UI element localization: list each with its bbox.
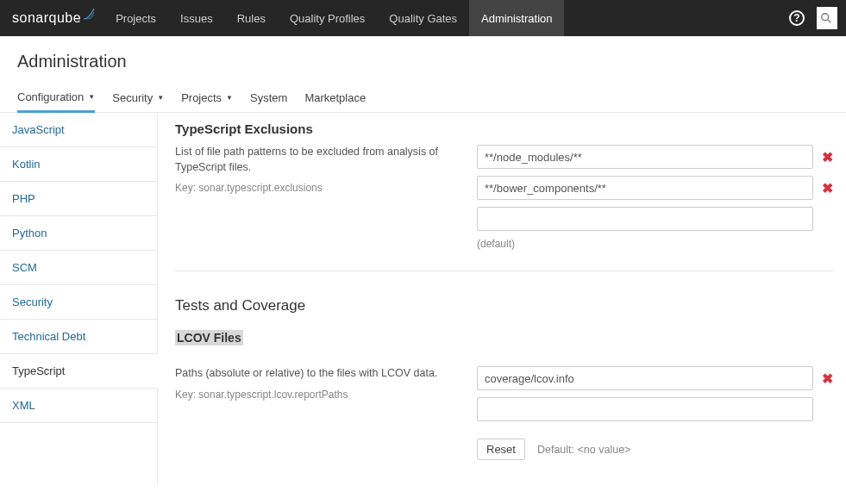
subnav-marketplace[interactable]: Marketplace — [304, 85, 366, 112]
caret-down-icon: ▼ — [88, 93, 95, 101]
nav-projects[interactable]: Projects — [103, 0, 168, 36]
subnav-security[interactable]: Security▼ — [112, 85, 164, 112]
exclusions-inputs: ✖ ✖ (default) — [477, 145, 833, 250]
delete-icon[interactable]: ✖ — [822, 149, 833, 165]
help-icon[interactable]: ? — [789, 10, 805, 26]
lcov-title: LCOV Files — [175, 330, 243, 345]
lcov-setting: Paths (absolute or relative) to the file… — [175, 366, 833, 460]
search-box[interactable] — [817, 7, 837, 29]
page-title: Administration — [17, 52, 829, 72]
sidebar-item-javascript[interactable]: JavaScript — [0, 113, 157, 147]
subnav-projects[interactable]: Projects▼ — [181, 85, 233, 112]
top-nav: sonarqube Projects Issues Rules Quality … — [0, 0, 846, 36]
nav-quality-gates[interactable]: Quality Gates — [377, 0, 469, 36]
delete-icon[interactable]: ✖ — [822, 370, 833, 387]
reset-button[interactable]: Reset — [477, 439, 525, 460]
sub-nav: Configuration▼ Security▼ Projects▼ Syste… — [0, 85, 846, 113]
caret-down-icon: ▼ — [157, 94, 164, 102]
content: JavaScript Kotlin PHP Python SCM Securit… — [0, 113, 846, 486]
logo[interactable]: sonarqube — [9, 10, 103, 26]
nav-administration[interactable]: Administration — [469, 0, 564, 36]
exclusion-row-2 — [477, 207, 833, 231]
exclusion-row-1: ✖ — [477, 176, 833, 200]
exclusions-setting: List of file path patterns to be exclude… — [175, 145, 833, 250]
lcov-default-label: Default: <no value> — [537, 444, 630, 456]
delete-icon[interactable]: ✖ — [822, 180, 833, 196]
lcov-desc: Paths (absolute or relative) to the file… — [175, 366, 442, 460]
nav-right: ? — [789, 7, 837, 29]
sidebar-item-python[interactable]: Python — [0, 216, 157, 251]
lcov-desc-text: Paths (absolute or relative) to the file… — [175, 366, 442, 382]
page-header: Administration — [0, 36, 846, 72]
lcov-input-0[interactable] — [477, 366, 813, 390]
main-panel: TypeScript Exclusions List of file path … — [158, 113, 846, 486]
sidebar-item-security[interactable]: Security — [0, 285, 157, 320]
lcov-row-1 — [477, 397, 833, 421]
subnav-system[interactable]: System — [250, 85, 287, 112]
caret-down-icon: ▼ — [226, 94, 233, 102]
sidebar-item-technical-debt[interactable]: Technical Debt — [0, 320, 157, 354]
svg-line-1 — [828, 20, 831, 23]
exclusions-title: TypeScript Exclusions — [175, 113, 833, 136]
exclusion-input-0[interactable] — [477, 145, 813, 169]
logo-text: sonarqube — [12, 10, 81, 26]
exclusion-input-2[interactable] — [477, 207, 813, 231]
section-divider — [175, 271, 833, 271]
lcov-row-0: ✖ — [477, 366, 833, 390]
exclusion-input-1[interactable] — [477, 176, 813, 200]
sidebar-item-scm[interactable]: SCM — [0, 251, 157, 285]
search-icon — [820, 12, 832, 24]
sidebar-item-typescript[interactable]: TypeScript — [0, 354, 158, 389]
subnav-configuration[interactable]: Configuration▼ — [17, 85, 95, 113]
exclusion-row-0: ✖ — [477, 145, 833, 169]
exclusions-key: Key: sonar.typescript.exclusions — [175, 182, 442, 194]
exclusions-default-note: (default) — [477, 238, 833, 250]
sidebar-item-kotlin[interactable]: Kotlin — [0, 147, 157, 182]
tests-coverage-title: Tests and Coverage — [175, 297, 833, 314]
nav-quality-profiles[interactable]: Quality Profiles — [278, 0, 377, 36]
exclusions-desc: List of file path patterns to be exclude… — [175, 145, 442, 250]
nav-rules[interactable]: Rules — [225, 0, 278, 36]
lcov-key: Key: sonar.typescript.lcov.reportPaths — [175, 389, 442, 401]
nav-issues[interactable]: Issues — [168, 0, 225, 36]
sidebar-item-php[interactable]: PHP — [0, 182, 157, 216]
svg-point-0 — [822, 14, 829, 21]
exclusions-desc-text: List of file path patterns to be exclude… — [175, 145, 442, 175]
lcov-input-1[interactable] — [477, 397, 813, 421]
logo-wave-icon — [83, 8, 95, 22]
sidebar-item-xml[interactable]: XML — [0, 389, 157, 423]
lcov-reset-row: Reset Default: <no value> — [477, 439, 833, 460]
sidebar: JavaScript Kotlin PHP Python SCM Securit… — [0, 113, 158, 486]
lcov-inputs: ✖ Reset Default: <no value> — [477, 366, 833, 460]
